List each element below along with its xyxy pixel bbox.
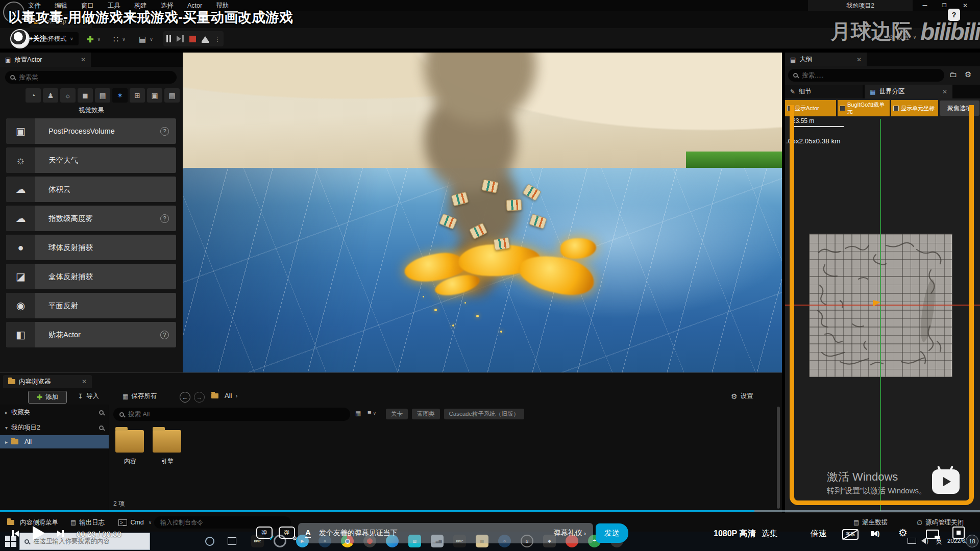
volumes-icon[interactable]: ▣ bbox=[147, 88, 162, 103]
subtitle-off-button[interactable]: 字幕 bbox=[842, 529, 859, 540]
close-icon[interactable]: ✕ bbox=[81, 56, 86, 63]
danmaku-send-button[interactable]: 发送 bbox=[596, 523, 628, 543]
cmd-dropdown[interactable]: >_ Cmd ∨ bbox=[113, 515, 157, 530]
play-button[interactable] bbox=[33, 526, 45, 540]
add-button[interactable]: ✚ 添加 bbox=[28, 391, 67, 404]
uploader-avatar[interactable] bbox=[10, 29, 30, 48]
collapse-arrow-icon[interactable]: ▸ bbox=[5, 439, 8, 445]
prev-video-button[interactable] bbox=[12, 530, 19, 537]
more-options-icon[interactable]: ⋮ bbox=[214, 35, 221, 43]
stop-button[interactable] bbox=[189, 36, 196, 42]
cortana-button[interactable] bbox=[205, 537, 214, 546]
save-search-icon[interactable]: ▦ bbox=[355, 410, 361, 417]
help-icon[interactable]: ? bbox=[160, 331, 169, 339]
notification-badge[interactable]: 18 bbox=[966, 535, 978, 547]
danmaku-bar[interactable]: A 发个友善的弹幕见证当下 弹幕礼仪 › bbox=[298, 523, 593, 543]
danmaku-input-placeholder[interactable]: 发个友善的弹幕见证当下 bbox=[319, 529, 398, 538]
actor-item-volumetric-cloud[interactable]: ☁ 体积云 bbox=[6, 177, 176, 202]
cast-button[interactable] bbox=[926, 530, 939, 539]
filter-level[interactable]: 关卡 bbox=[386, 409, 408, 419]
content-settings-button[interactable]: ⚙ 设置 bbox=[731, 392, 753, 400]
actor-item-postprocessvolume[interactable]: ▣ PostProcessVolume ? bbox=[6, 118, 176, 144]
actor-search-input[interactable] bbox=[19, 74, 162, 81]
forward-button[interactable]: → bbox=[194, 392, 205, 403]
window-minimize-button[interactable]: – bbox=[916, 0, 934, 11]
expand-arrow-icon[interactable]: ▾ bbox=[5, 425, 8, 431]
close-icon[interactable]: ✕ bbox=[942, 88, 947, 95]
outliner-search-input[interactable] bbox=[802, 72, 929, 79]
breadcrumb[interactable]: All › bbox=[211, 392, 237, 399]
tab-content-browser[interactable]: 内容浏览器 ✕ bbox=[3, 375, 92, 388]
follow-button[interactable]: +关注 bbox=[29, 34, 46, 43]
close-icon[interactable]: ✕ bbox=[856, 56, 862, 63]
windows-start-button[interactable] bbox=[5, 536, 16, 547]
folder-engine[interactable]: 引擎 bbox=[153, 430, 182, 466]
asset-search-input[interactable] bbox=[128, 411, 322, 418]
gear-icon[interactable]: ⚙ bbox=[965, 70, 971, 79]
player-volume-button[interactable]: ) bbox=[871, 530, 879, 537]
import-button[interactable]: ↧ 导入 bbox=[78, 392, 99, 400]
network-icon[interactable] bbox=[908, 538, 916, 544]
step-button[interactable] bbox=[177, 35, 184, 42]
tab-outliner[interactable]: ▤ 大纲 ✕ bbox=[785, 53, 867, 66]
cinematics-button[interactable]: ▤ ∨ bbox=[139, 32, 153, 46]
eject-button[interactable] bbox=[202, 36, 209, 41]
save-all-button[interactable]: ▦ 保存所有 bbox=[122, 392, 157, 400]
task-view-button[interactable] bbox=[228, 537, 236, 545]
help-icon[interactable]: ? bbox=[160, 127, 169, 136]
search-icon[interactable] bbox=[99, 410, 104, 415]
help-badge[interactable]: ? bbox=[948, 9, 960, 21]
geometry-icon[interactable]: ⊞ bbox=[130, 88, 145, 103]
fullscreen-button[interactable] bbox=[952, 527, 965, 539]
folder-content[interactable]: 内容 bbox=[115, 430, 145, 466]
asset-search-box[interactable] bbox=[113, 408, 350, 421]
danmaku-style-button[interactable]: A bbox=[305, 529, 311, 538]
help-icon[interactable]: ? bbox=[160, 214, 169, 223]
output-log-button[interactable]: ▤ 输出日志 bbox=[65, 515, 110, 530]
actor-item-planar-reflection[interactable]: ◉ 平面反射 bbox=[6, 293, 176, 318]
filter-blueprint-class[interactable]: 蓝图类 bbox=[412, 409, 440, 419]
danmaku-toggle[interactable]: 弹 ✓ bbox=[256, 527, 273, 539]
tree-favorites[interactable]: ▸ 收藏夹 bbox=[0, 405, 109, 420]
actor-search-box[interactable] bbox=[5, 71, 177, 84]
all-classes-icon[interactable]: ▤ bbox=[164, 88, 180, 103]
add-folder-icon[interactable]: 🗀 bbox=[949, 70, 957, 79]
actor-item-sky-atmosphere[interactable]: ☼ 天空大气 bbox=[6, 147, 176, 173]
tree-project[interactable]: ▾ 我的项目2 bbox=[0, 420, 109, 435]
speed-button[interactable]: 倍速 bbox=[811, 529, 827, 539]
player-settings-gear[interactable]: ⚙ bbox=[898, 527, 908, 539]
cinematic-icon[interactable]: ▤ bbox=[95, 88, 110, 103]
search-icon[interactable] bbox=[99, 425, 104, 430]
tab-place-actors[interactable]: ▣ 放置Actor ✕ bbox=[0, 53, 91, 67]
lights-icon[interactable]: ☼ bbox=[60, 88, 76, 103]
windows-search-input[interactable] bbox=[33, 538, 140, 545]
close-icon[interactable]: ✕ bbox=[82, 378, 87, 385]
episodes-button[interactable]: 选集 bbox=[762, 529, 778, 539]
console-input[interactable] bbox=[160, 519, 278, 526]
actor-item-box-reflection[interactable]: ◪ 盒体反射捕获 bbox=[6, 264, 176, 289]
actor-item-sphere-reflection[interactable]: ● 球体反射捕获 bbox=[6, 235, 176, 260]
shapes-icon[interactable]: ◼ bbox=[78, 88, 93, 103]
recent-icon[interactable]: ◔ bbox=[26, 88, 41, 103]
danmaku-settings[interactable]: 弹 ⚙ bbox=[279, 527, 295, 539]
video-progress-bar[interactable] bbox=[0, 510, 980, 512]
derived-data-status[interactable]: ▤ 派生数据 bbox=[848, 515, 893, 530]
blueprints-button[interactable]: ∷ ∨ bbox=[113, 32, 126, 46]
filter-cascade[interactable]: Cascade粒子系统（旧版） bbox=[444, 409, 524, 419]
back-button[interactable]: ← bbox=[180, 392, 190, 403]
danmaku-etiquette-link[interactable]: 弹幕礼仪 › bbox=[554, 529, 586, 538]
next-video-button[interactable] bbox=[57, 530, 64, 537]
outliner-search-box[interactable] bbox=[788, 69, 944, 82]
tab-world-partition[interactable]: ▦ 世界分区 ✕ bbox=[865, 85, 952, 98]
tab-details[interactable]: ✎ 细节 bbox=[785, 85, 863, 98]
basic-icon[interactable]: ♟ bbox=[43, 88, 58, 103]
collapse-arrow-icon[interactable]: ▸ bbox=[5, 410, 8, 415]
quality-button[interactable]: 1080P 高清 bbox=[714, 529, 755, 539]
tree-all-folder[interactable]: ▸ All bbox=[0, 435, 109, 448]
scrollbar[interactable] bbox=[777, 407, 780, 509]
actor-item-decal[interactable]: ◧ 贴花Actor ? bbox=[6, 322, 176, 347]
viewport[interactable] bbox=[183, 53, 782, 372]
pause-button[interactable] bbox=[166, 35, 171, 42]
add-actor-button[interactable]: ✚ ∨ bbox=[87, 32, 101, 46]
visual-effects-icon[interactable]: ✶ bbox=[112, 88, 128, 103]
